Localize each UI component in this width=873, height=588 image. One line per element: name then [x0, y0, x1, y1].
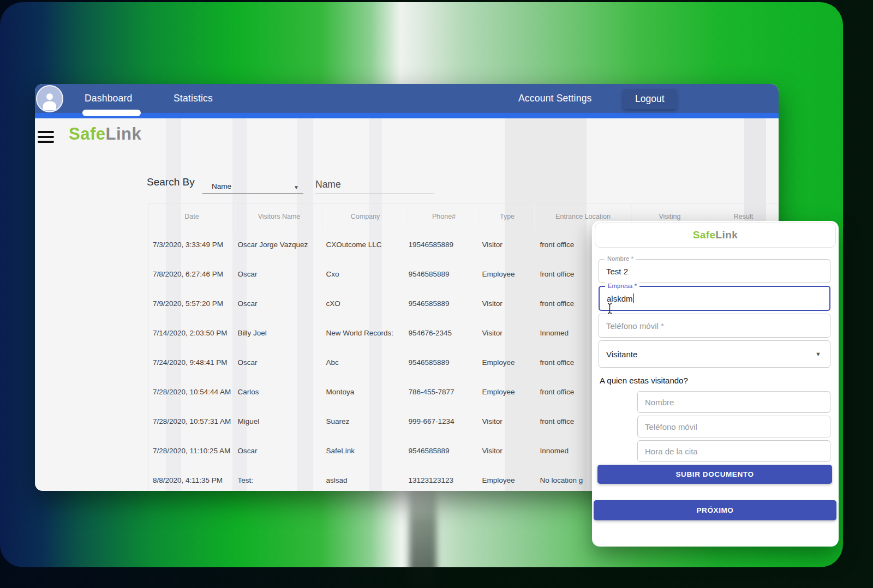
cell-date: 8/8/2020, 4:11:35 PM	[148, 465, 236, 491]
cell-visitors-name: Oscar	[236, 259, 323, 289]
menu-icon[interactable]	[38, 131, 54, 146]
cell-phone: 13123123123	[408, 465, 480, 491]
cell-company: New World Records:	[323, 318, 408, 347]
visiting-telefono-placeholder: Teléfono móvil	[645, 422, 697, 431]
person-icon	[40, 91, 59, 110]
cell-type: Employee	[480, 377, 535, 406]
cell-date: 7/28/2020, 10:54:44 AM	[148, 377, 236, 406]
nav-statistics[interactable]: Statistics	[174, 84, 213, 113]
visiting-question: A quien estas visitando?	[600, 376, 688, 385]
col-header-visitors-name: Visitors Name	[236, 203, 323, 230]
visiting-nombre-placeholder: Nombre	[645, 398, 674, 407]
visitor-type-value: Visitante	[606, 350, 637, 359]
cell-date: 7/28/2020, 10:57:31 AM	[148, 406, 236, 436]
subir-documento-button[interactable]: SUBIR DOCUMENTO	[597, 465, 832, 484]
cell-company: cXO	[323, 289, 408, 318]
cell-date: 7/8/2020, 6:27:46 PM	[148, 259, 236, 289]
cell-type: Employee	[480, 259, 535, 289]
cell-date: 7/28/2020, 11:10:25 AM	[148, 436, 236, 465]
text-caret	[633, 293, 635, 303]
cell-type: Visitor	[480, 230, 535, 259]
proximo-button[interactable]: PRÓXIMO	[594, 500, 836, 520]
telefono-movil-field[interactable]: Teléfono móvil *	[599, 314, 830, 338]
search-by-select[interactable]: Name ▼	[202, 177, 303, 194]
screen: Dashboard Statistics Account Settings Lo…	[0, 0, 873, 588]
cell-phone: 786-455-7877	[408, 377, 480, 406]
brand-logo-link: Link	[105, 124, 141, 143]
modal-brand-safe: Safe	[693, 229, 716, 241]
cell-visitors-name: Carlos	[236, 377, 323, 406]
nombre-field[interactable]: Nombre * Test 2	[599, 259, 830, 283]
visiting-nombre-field[interactable]: Nombre	[637, 391, 830, 413]
cell-company: Abc	[323, 347, 408, 377]
col-header-company: Company	[323, 203, 408, 230]
cell-type: Visitor	[480, 406, 535, 436]
cell-type: Employee	[480, 465, 535, 491]
brand-logo-safe: Safe	[69, 124, 105, 143]
top-navbar: Dashboard Statistics Account Settings Lo…	[35, 84, 779, 113]
cell-visitors-name: Oscar	[236, 347, 323, 377]
visiting-telefono-field[interactable]: Teléfono móvil	[637, 416, 830, 437]
cell-date: 7/24/2020, 9:48:41 PM	[148, 347, 236, 377]
modal-header: SafeLink	[595, 223, 836, 248]
cell-phone: 19546585889	[408, 230, 480, 259]
cell-company: Montoya	[323, 377, 408, 406]
search-by-selected-value: Name	[212, 182, 231, 190]
cell-phone: 999-667-1234	[408, 406, 480, 436]
visitor-type-select[interactable]: Visitante ▼	[599, 340, 830, 368]
empresa-field[interactable]: Empresa * alskdm	[599, 286, 830, 311]
nav-account-settings[interactable]: Account Settings	[518, 84, 592, 113]
cell-visitors-name: Oscar Jorge Vazquez	[236, 230, 323, 259]
col-header-date: Date	[148, 203, 236, 230]
cell-phone: 9546585889	[408, 289, 480, 318]
nav-accent-strip	[35, 113, 779, 118]
cell-type: Visitor	[480, 436, 535, 465]
cell-company: Cxo	[323, 259, 408, 289]
empresa-field-value: alskdm	[607, 294, 633, 303]
cell-phone: 954676-2345	[408, 318, 480, 347]
empresa-field-label: Empresa *	[605, 283, 639, 289]
search-input[interactable]: Name	[315, 172, 434, 194]
cell-date: 7/9/2020, 5:57:20 PM	[148, 289, 236, 318]
nombre-field-value: Test 2	[606, 267, 628, 276]
cell-visitors-name: Miguel	[236, 406, 323, 436]
cell-date: 7/14/2020, 2:03:50 PM	[148, 318, 236, 347]
modal-brand-logo: SafeLink	[693, 229, 738, 241]
telefono-movil-placeholder: Teléfono móvil *	[606, 321, 664, 331]
cell-visitors-name: Oscar	[236, 289, 323, 318]
cell-company: aslsad	[323, 465, 408, 491]
nombre-field-label: Nombre *	[605, 255, 636, 262]
active-tab-indicator	[82, 110, 141, 116]
cell-phone: 9546585889	[408, 436, 480, 465]
text-cursor-icon	[606, 303, 613, 314]
cell-company: SafeLink	[323, 436, 408, 465]
chevron-down-icon: ▼	[815, 351, 821, 357]
cell-type: Employee	[480, 347, 535, 377]
cell-company: Suarez	[323, 406, 408, 436]
visiting-hora-field[interactable]: Hora de la cita	[637, 440, 830, 462]
chevron-down-icon: ▼	[294, 184, 299, 190]
col-header-type: Type	[480, 203, 535, 230]
visiting-hora-placeholder: Hora de la cita	[645, 447, 698, 456]
cell-phone: 9546585889	[408, 259, 480, 289]
cell-phone: 9546585889	[408, 347, 480, 377]
brand-logo: SafeLink	[69, 124, 141, 144]
col-header-phone: Phone#	[408, 203, 480, 230]
cell-visitors-name: Oscar	[236, 436, 323, 465]
cell-date: 7/3/2020, 3:33:49 PM	[148, 230, 236, 259]
avatar[interactable]	[36, 85, 63, 112]
visitor-form-modal: SafeLink Nombre * Test 2 Empresa * alskd…	[592, 221, 839, 547]
nav-dashboard[interactable]: Dashboard	[85, 84, 132, 113]
logout-button[interactable]: Logout	[623, 89, 677, 109]
cell-type: Visitor	[480, 289, 535, 318]
cell-type: Visitor	[480, 318, 535, 347]
modal-brand-link: Link	[716, 229, 738, 241]
cell-company: CXOutcome LLC	[323, 230, 408, 259]
search-input-label: Name	[315, 179, 341, 190]
background-streak	[409, 480, 436, 588]
cell-visitors-name: Test:	[236, 465, 323, 491]
cell-visitors-name: Billy Joel	[236, 318, 323, 347]
search-by-label: Search By	[147, 176, 195, 188]
